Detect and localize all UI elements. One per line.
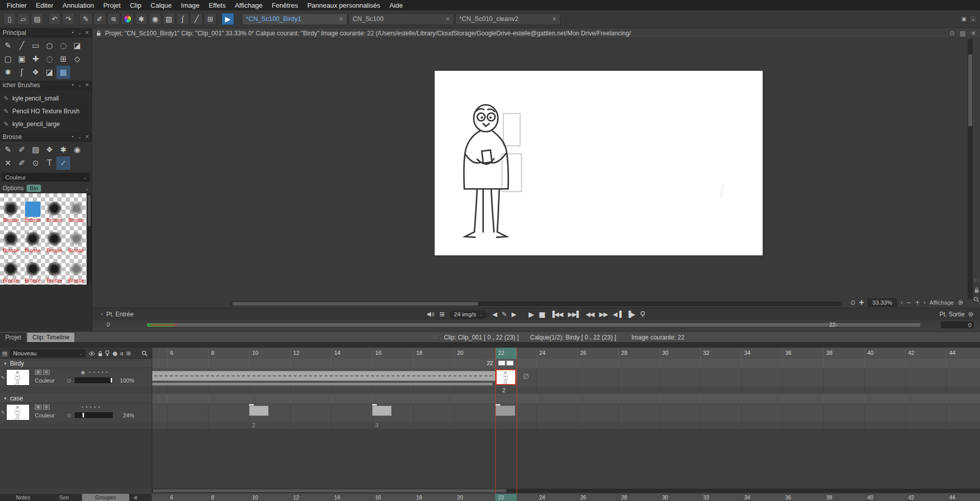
- frame-number[interactable]: 6: [170, 350, 173, 356]
- document-tab[interactable]: *CN_Sc100_Birdy1✕: [242, 13, 348, 25]
- brush-bin-item[interactable]: Brosse: [22, 193, 44, 224]
- gear-icon[interactable]: [957, 299, 964, 306]
- chevron-down-icon[interactable]: ⌄: [77, 82, 81, 88]
- frame-number[interactable]: 32: [703, 494, 709, 500]
- brush-file-item[interactable]: ✎kyle_pencil_large: [0, 117, 92, 130]
- frame-forward-button[interactable]: ▐▶: [626, 311, 635, 318]
- eyedropper-icon[interactable]: ⊙: [67, 377, 71, 384]
- close-icon[interactable]: ✕: [85, 30, 89, 35]
- text-tool[interactable]: T: [43, 156, 56, 170]
- curve-tool[interactable]: ʃ: [15, 66, 29, 79]
- layer-group-birdy[interactable]: ▾ Birdy: [0, 359, 152, 368]
- splat-tool[interactable]: ❖: [29, 66, 43, 79]
- menu-item[interactable]: Clip: [125, 1, 146, 10]
- magnifier-icon[interactable]: [141, 350, 148, 356]
- frame-number[interactable]: 20: [457, 350, 463, 356]
- frame-back-button[interactable]: ◀▐: [613, 311, 621, 318]
- layer-thumbnail[interactable]: [6, 404, 30, 420]
- color-source-selector[interactable]: Couleur ⌄: [2, 173, 90, 182]
- frame-number[interactable]: 30: [662, 350, 668, 356]
- frame-number[interactable]: 8: [211, 350, 214, 356]
- document-tab[interactable]: *CN_Sc010_cleanv2✕: [455, 13, 561, 25]
- framerate-selector[interactable]: 24 img/s ⌄: [450, 310, 487, 319]
- pattern-button[interactable]: ▨: [162, 13, 175, 25]
- current-frame-cell-birdy[interactable]: [496, 369, 516, 385]
- hatch-brush[interactable]: ▨: [29, 143, 43, 156]
- dots-icons[interactable]: • • • • •: [89, 370, 108, 375]
- menu-item[interactable]: Effets: [204, 1, 230, 10]
- fit-view-icon[interactable]: ∅: [850, 299, 855, 306]
- dots-icons[interactable]: • • • • •: [81, 405, 100, 410]
- lock-icon[interactable]: [98, 351, 103, 356]
- brush-bin-item[interactable]: Brosse: [22, 254, 44, 284]
- ellipse-tool[interactable]: ○: [43, 39, 56, 52]
- timeline-empty-area[interactable]: [152, 429, 980, 489]
- close-icon[interactable]: ✕: [552, 16, 557, 23]
- close-icon[interactable]: ✕: [85, 82, 89, 88]
- canvas-vertical-scrollbar[interactable]: [968, 39, 973, 299]
- shape-tool[interactable]: ◪: [43, 66, 56, 79]
- brush-bin-item[interactable]: Brosse: [22, 224, 44, 254]
- step-prev-button[interactable]: ◀: [493, 311, 497, 318]
- triangle-down-icon[interactable]: ▾: [4, 361, 7, 366]
- exposure-cell[interactable]: [372, 406, 392, 416]
- new-file-button[interactable]: ▯: [3, 13, 16, 25]
- layers-panel-button[interactable]: ≋: [107, 13, 120, 25]
- gear-icon[interactable]: [968, 311, 974, 317]
- tab-groupes[interactable]: Groupes: [82, 494, 129, 501]
- rewind-button[interactable]: ◀◀: [586, 311, 594, 318]
- select-rect-tool[interactable]: ▢: [1, 52, 15, 66]
- menu-item[interactable]: Image: [176, 1, 204, 10]
- frame-number[interactable]: 18: [416, 350, 422, 356]
- chevron-down-icon[interactable]: ⌄: [77, 134, 81, 139]
- track-case[interactable]: [152, 403, 980, 422]
- tab-bin[interactable]: Bin: [27, 185, 41, 192]
- panel-header-brush-files[interactable]: icher Brushes •⌄✕: [0, 81, 92, 90]
- brush-bin-item[interactable]: Brosse: [66, 254, 88, 284]
- frame-number[interactable]: 36: [785, 494, 791, 500]
- go-to-end-button[interactable]: ▶▶▌: [568, 311, 581, 318]
- brush-bin-item[interactable]: Brosse: [44, 193, 66, 224]
- layer-row-birdy[interactable]: ✎ ▤ ⊞ ● • • • • • Couleur ⊙ 100%: [0, 368, 152, 387]
- move-tool[interactable]: ✚: [29, 52, 43, 66]
- canvas-viewport[interactable]: ∅ ✚ 33.33% ‹ − + › Affichage: [93, 39, 968, 308]
- step-next-button[interactable]: ▶: [512, 311, 516, 318]
- frame-number[interactable]: 36: [785, 350, 791, 356]
- chevron-left-icon[interactable]: ‹: [901, 299, 903, 306]
- brush-bin-item[interactable]: Brosse: [0, 193, 22, 224]
- save-button[interactable]: ▤: [31, 13, 44, 25]
- curve-button[interactable]: ʃ: [176, 13, 189, 25]
- line-button[interactable]: ╱: [190, 13, 203, 25]
- center-view-icon[interactable]: ✚: [859, 299, 864, 306]
- frame-number[interactable]: 32: [703, 350, 709, 356]
- erase-brush[interactable]: ✕: [1, 156, 15, 170]
- brush-bin-item[interactable]: Brosse: [66, 224, 88, 254]
- track-birdy-subrow[interactable]: 2: [152, 387, 980, 394]
- chevron-left-icon[interactable]: ◀: [133, 495, 137, 500]
- panel-menu-icon[interactable]: ⌄: [969, 15, 977, 23]
- lasso-tool[interactable]: ◌: [56, 39, 70, 52]
- zoom-in-button[interactable]: +: [915, 299, 920, 306]
- lightbulb-icon[interactable]: [105, 350, 110, 356]
- layer-row-case[interactable]: ✎ ▤ ⊞ • • • • • Couleur ⊙ 24%: [0, 403, 152, 422]
- menu-item[interactable]: Editer: [31, 1, 58, 10]
- airbrush-button[interactable]: ◉: [149, 13, 161, 25]
- marker-pin-icon[interactable]: [640, 311, 645, 318]
- custom-brush-tool[interactable]: ✓: [56, 156, 70, 170]
- speaker-icon[interactable]: [427, 311, 434, 317]
- undo-button[interactable]: ↶: [48, 13, 61, 25]
- frame-number[interactable]: 8: [211, 494, 214, 500]
- pencil-brush[interactable]: ✎: [1, 143, 15, 156]
- frame-number[interactable]: 34: [744, 494, 750, 500]
- timeline-horizontal-scrollbar[interactable]: [152, 489, 980, 493]
- frame-number[interactable]: 22: [498, 350, 504, 356]
- frame-number[interactable]: 44: [949, 494, 955, 500]
- lock-icon[interactable]: [974, 287, 979, 293]
- menu-item[interactable]: Calque: [146, 1, 176, 10]
- select-filled-tool[interactable]: ▣: [15, 52, 29, 66]
- frame-number[interactable]: 44: [949, 350, 955, 356]
- menu-item[interactable]: Annulation: [58, 1, 98, 10]
- frame-number[interactable]: 22: [498, 494, 504, 500]
- frame-number[interactable]: 40: [867, 494, 873, 500]
- tab-clip-timeline[interactable]: Clip: Timeline: [27, 333, 74, 342]
